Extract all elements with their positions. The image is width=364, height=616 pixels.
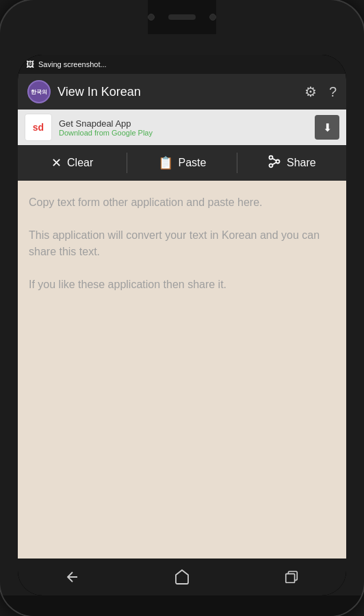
svg-line-3 (272, 162, 276, 164)
ad-text: Get Snapdeal App Download from Google Pl… (59, 118, 315, 137)
speaker (168, 14, 196, 20)
status-notification: 🖼 Saving screenshot... (26, 60, 107, 69)
paragraph-3-text: If you like these application then share… (29, 279, 226, 290)
toolbar: ✕ Clear 📋 Paste (18, 145, 346, 181)
content-paragraph-1: Copy text form other application and pas… (29, 194, 335, 211)
ad-title: Get Snapdeal App (59, 118, 315, 129)
clear-label: Clear (67, 157, 93, 169)
close-icon: ✕ (51, 155, 62, 170)
share-icon (268, 155, 281, 172)
svg-point-0 (269, 155, 272, 159)
phone-bottom-bar (0, 595, 364, 616)
ad-subtitle: Download from Google Play (59, 129, 315, 137)
phone-device: 🖼 Saving screenshot... 한국의 View In Korea… (0, 0, 364, 616)
sensor (209, 14, 216, 21)
paste-button[interactable]: 📋 Paste (127, 145, 236, 181)
svg-point-2 (269, 164, 272, 167)
screen-content: 🖼 Saving screenshot... 한국의 View In Korea… (18, 55, 346, 595)
ad-banner[interactable]: sd Get Snapdeal App Download from Google… (18, 110, 346, 145)
ad-download-button[interactable]: ⬇ (315, 115, 339, 140)
svg-rect-5 (286, 574, 295, 582)
paragraph-2-text: This application will convert your text … (29, 229, 320, 257)
back-button[interactable] (55, 563, 90, 591)
app-logo: 한국의 (27, 80, 51, 103)
phone-top-bar (148, 0, 216, 34)
help-icon[interactable]: ? (329, 84, 337, 100)
ad-logo-text: sd (33, 122, 44, 133)
svg-line-4 (272, 158, 276, 160)
paragraph-1-text: Copy text form other application and pas… (29, 196, 263, 208)
settings-icon[interactable]: ⚙ (304, 84, 317, 100)
logo-text: 한국의 (31, 88, 47, 96)
screenshot-icon: 🖼 (26, 60, 34, 69)
content-paragraph-2: This application will convert your text … (29, 227, 335, 260)
header-icons: ⚙ ? (304, 84, 337, 100)
ad-logo: sd (25, 114, 52, 141)
download-icon: ⬇ (323, 121, 332, 134)
recents-button[interactable] (274, 563, 309, 591)
clear-button[interactable]: ✕ Clear (18, 145, 127, 181)
svg-point-1 (276, 159, 279, 163)
app-title: View In Korean (57, 85, 304, 99)
share-label: Share (287, 157, 316, 169)
content-area[interactable]: Copy text form other application and pas… (18, 181, 346, 559)
status-bar: 🖼 Saving screenshot... (18, 55, 346, 74)
front-camera (148, 14, 155, 21)
bottom-nav (18, 559, 346, 595)
paste-label: Paste (179, 157, 207, 169)
app-header: 한국의 View In Korean ⚙ ? (18, 74, 346, 110)
share-button[interactable]: Share (237, 145, 346, 181)
home-button[interactable] (165, 563, 199, 591)
phone-screen: 🖼 Saving screenshot... 한국의 View In Korea… (18, 55, 346, 595)
status-text: Saving screenshot... (38, 60, 107, 68)
clipboard-icon: 📋 (158, 155, 173, 170)
content-paragraph-3: If you like these application then share… (29, 277, 335, 293)
